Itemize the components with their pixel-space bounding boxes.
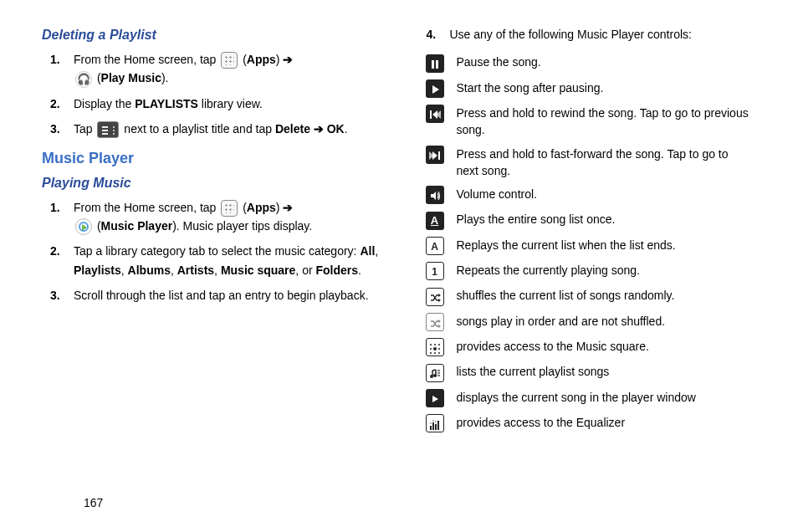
svg-rect-31	[435, 424, 437, 430]
overflow-menu-icon	[97, 121, 119, 138]
text: ,	[121, 263, 128, 277]
pm-step-3: 3. Scroll through the list and tap an en…	[74, 286, 381, 304]
control-desc: provides access to the Equalizer	[452, 411, 757, 436]
text: ).	[161, 71, 169, 84]
apps-icon	[221, 52, 238, 69]
table-row: A Replays the current list when the list…	[418, 233, 757, 258]
svg-rect-30	[432, 422, 434, 430]
playlist-icon	[426, 364, 444, 382]
table-row: Volume control.	[418, 182, 757, 207]
control-desc: Press and hold to fast-forward the song.…	[452, 142, 757, 183]
repeat-all-icon: A	[426, 237, 444, 255]
apps-label: Apps	[247, 201, 276, 214]
pause-icon	[426, 54, 444, 73]
step-number: 4.	[427, 25, 437, 43]
svg-marker-11	[438, 299, 441, 302]
shuffle-off-icon	[426, 313, 444, 331]
playlists-label: PLAYLISTS	[135, 97, 198, 110]
rewind-icon	[426, 105, 444, 123]
step-number: 1.	[50, 50, 60, 69]
control-desc: Start the song after pausing.	[452, 76, 757, 101]
text: ,	[375, 244, 378, 258]
step-number: 3.	[50, 286, 60, 304]
text: library view.	[198, 97, 263, 110]
svg-rect-29	[430, 426, 432, 430]
playing-music-steps-cont: 4. Use any of the following Music Player…	[418, 25, 757, 43]
text: ). Music player tips display.	[172, 219, 312, 233]
play-once-icon: A	[426, 212, 444, 230]
text: From the Home screen, tap	[74, 53, 216, 66]
svg-marker-28	[432, 396, 438, 402]
control-desc: Repeats the currently playing song.	[452, 258, 757, 284]
text: , or	[295, 263, 315, 277]
ok-label: OK	[327, 122, 345, 136]
svg-point-22	[438, 352, 440, 354]
pm-step-4: 4. Use any of the following Music Player…	[450, 25, 757, 43]
subheading-playing-music: Playing Music	[42, 173, 381, 193]
step-number: 3.	[50, 120, 60, 138]
table-row: Pause the song.	[418, 50, 757, 75]
right-column: 4. Use any of the following Music Player…	[418, 25, 757, 436]
control-desc: lists the current playlist songs	[452, 360, 757, 385]
page-number: 167	[84, 494, 103, 512]
svg-point-21	[434, 352, 436, 354]
control-desc: shuffles the current list of songs rando…	[452, 284, 757, 309]
step-number: 2.	[50, 95, 60, 113]
equalizer-icon	[426, 414, 444, 432]
table-row: 1 Repeats the currently playing song.	[418, 258, 757, 284]
control-desc: displays the current song in the player …	[452, 386, 757, 411]
svg-marker-10	[438, 294, 441, 297]
control-desc: Pause the song.	[452, 50, 757, 75]
text: .	[345, 122, 348, 136]
cat-albums: Albums	[128, 263, 171, 277]
cat-music-square: Music square	[221, 263, 295, 277]
play-icon	[426, 79, 444, 98]
repeat-one-icon: 1	[426, 262, 444, 280]
text: Scroll through the list and tap an entry…	[74, 289, 369, 302]
now-playing-icon	[426, 389, 444, 407]
apps-icon	[221, 200, 238, 217]
table-row: songs play in order and are not shuffled…	[418, 309, 757, 335]
control-desc: provides access to the Music square.	[452, 335, 757, 360]
table-row: provides access to the Equalizer	[418, 411, 757, 436]
page-columns: Deleting a Playlist 1. From the Home scr…	[42, 25, 756, 436]
music-player-label: Music Player	[101, 219, 173, 233]
text: ,	[214, 263, 221, 277]
svg-point-34	[432, 420, 433, 421]
svg-rect-3	[430, 110, 432, 119]
svg-rect-8	[438, 151, 440, 160]
table-row: lists the current playlist songs	[418, 360, 757, 385]
svg-rect-32	[437, 421, 439, 430]
svg-point-15	[434, 344, 436, 345]
svg-point-24	[433, 374, 437, 377]
step-number: 2.	[50, 242, 60, 260]
control-desc: Plays the entire song list once.	[452, 207, 757, 233]
table-row: displays the current song in the player …	[418, 386, 757, 411]
playing-music-steps: 1. From the Home screen, tap (Apps) ➔ (M…	[42, 198, 381, 305]
cat-folders: Folders	[315, 263, 358, 277]
svg-marker-2	[432, 85, 439, 94]
svg-marker-12	[438, 320, 441, 323]
table-row: A Plays the entire song list once.	[418, 207, 757, 233]
table-row: Press and hold to fast-forward the song.…	[418, 142, 757, 183]
cat-all: All	[360, 244, 375, 258]
svg-point-23	[430, 375, 433, 378]
arrow-icon: ➔	[283, 53, 293, 66]
table-row: Press and hold to rewind the song. Tap t…	[418, 101, 757, 142]
svg-point-35	[435, 421, 436, 422]
fast-forward-icon	[426, 146, 444, 164]
svg-point-20	[430, 352, 432, 354]
del-step-3: 3. Tap next to a playlist title and tap …	[74, 120, 381, 138]
heading-music-player: Music Player	[42, 147, 381, 170]
control-desc: Replays the current list when the list e…	[452, 233, 757, 258]
music-square-icon	[426, 338, 444, 356]
svg-point-33	[430, 422, 431, 423]
text: ,	[171, 263, 177, 277]
apps-label: Apps	[247, 53, 276, 66]
delete-label: Delete	[275, 122, 310, 136]
svg-point-17	[430, 348, 432, 350]
control-desc: Volume control.	[452, 182, 757, 207]
table-row: provides access to the Music square.	[418, 335, 757, 360]
text: Tap a library category tab to select the…	[74, 244, 360, 258]
arrow-icon: ➔	[314, 122, 324, 136]
